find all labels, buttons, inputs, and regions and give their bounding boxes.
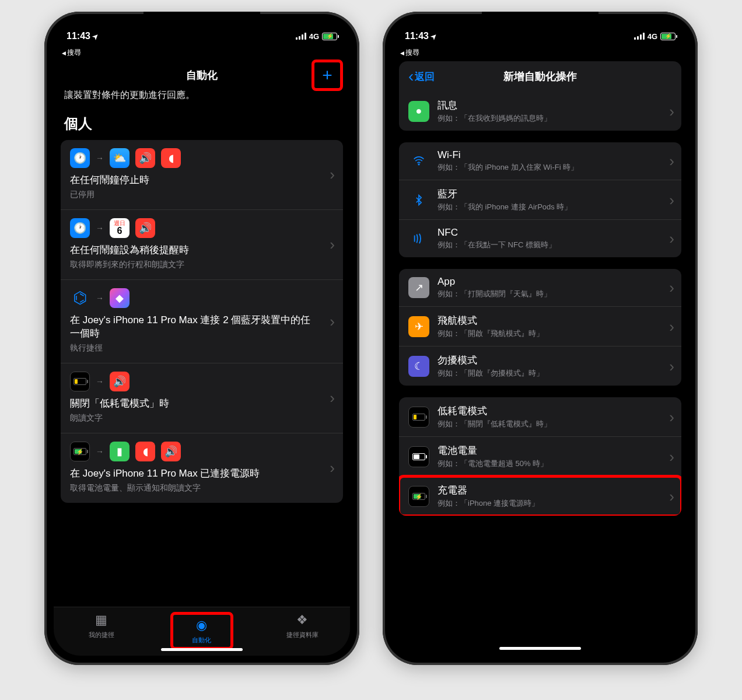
charger-icon: ⚡	[408, 486, 429, 507]
row-sub: 例如：「我的 iPhone 加入住家 Wi-Fi 時」	[438, 162, 672, 173]
svg-point-0	[418, 164, 419, 165]
trigger-nfc[interactable]: NFC 例如：「在我點一下 NFC 標籤時」	[399, 220, 681, 257]
back-button[interactable]: 返回	[408, 70, 435, 83]
trigger-dnd[interactable]: ☾ 勿擾模式 例如：「開啟『勿擾模式』時」	[399, 346, 681, 386]
trigger-low-power[interactable]: 低耗電模式 例如：「關閉『低耗電模式』時」	[399, 397, 681, 437]
automation-item[interactable]: ⌬ ◆ 在 Joey's iPhone 11 Pro Max 連接 2 個藍牙裝…	[61, 280, 343, 363]
row-title: Wi-Fi	[438, 149, 672, 161]
chevron-right-icon	[669, 447, 674, 466]
trigger-battery-level[interactable]: 電池電量 例如：「電池電量超過 50% 時」	[399, 437, 681, 477]
page-title: 自動化	[186, 68, 218, 82]
highlight-add-button: +	[312, 60, 343, 91]
automation-item[interactable]: ⚡ ▮ ◖ 🔊 在 Joey's iPhone 11 Pro Max 已連接電源…	[61, 433, 343, 503]
row-sub: 例如：「在我收到媽媽的訊息時」	[438, 113, 672, 124]
speak-icon: 🔊	[110, 372, 130, 391]
automation-sub: 執行捷徑	[70, 343, 334, 354]
automation-item[interactable]: 🕐 ⛅ 🔊 ◖ 在任何鬧鐘停止時 已停用	[61, 140, 343, 210]
automation-title: 在任何鬧鐘停止時	[70, 174, 334, 187]
row-title: 低耗電模式	[438, 404, 672, 418]
trigger-charger[interactable]: ⚡ 充電器 例如：「iPhone 連接電源時」	[399, 477, 681, 516]
chevron-right-icon	[330, 166, 335, 184]
airplane-icon: ✈	[408, 316, 429, 337]
speak-icon: 🔊	[161, 442, 181, 461]
arrow-icon	[96, 293, 104, 303]
chevron-right-icon	[669, 357, 674, 375]
app-icon: ↗	[408, 277, 429, 298]
row-sub: 例如：「開啟『飛航模式』時」	[438, 328, 672, 339]
row-title: 電池電量	[438, 444, 672, 457]
arrow-icon	[96, 447, 104, 456]
home-indicator[interactable]	[161, 648, 243, 651]
automation-item[interactable]: 🕐 週日6 🔊 在任何鬧鐘設為稍後提醒時 取得即將到來的行程和朗讀文字	[61, 210, 343, 280]
row-sub: 例如：「在我點一下 NFC 標籤時」	[438, 240, 672, 250]
add-button[interactable]: +	[314, 62, 340, 88]
chevron-right-icon	[669, 152, 674, 170]
automation-sub: 朗讀文字	[70, 413, 334, 424]
phone-right: 11:43 4G ⚡ 搜尋 返回 新增自動化操作 ● 訊息 例如：「在我收到媽	[383, 12, 698, 665]
battery-icon: ⚡	[660, 33, 676, 40]
chevron-right-icon	[330, 389, 335, 407]
shortcuts-icon: ◆	[110, 288, 130, 308]
automation-list: 🕐 ⛅ 🔊 ◖ 在任何鬧鐘停止時 已停用 🕐 週日6	[61, 140, 343, 503]
notch	[144, 12, 260, 29]
trigger-messages[interactable]: ● 訊息 例如：「在我收到媽媽的訊息時」	[399, 92, 681, 131]
moon-icon: ☾	[408, 356, 429, 377]
page-description: 讓裝置對條件的更動進行回應。	[54, 89, 350, 110]
tab-my-shortcuts[interactable]: ▦ 我的捷徑	[75, 612, 128, 639]
tab-bar: ▦ 我的捷徑 ◉ 自動化 ❖ 捷徑資料庫	[54, 607, 350, 656]
chevron-right-icon	[669, 230, 674, 248]
home-indicator[interactable]	[499, 647, 581, 650]
dnd-icon: ◖	[135, 442, 155, 461]
arrow-icon	[96, 153, 104, 163]
trigger-app[interactable]: ↗ App 例如：「打開或關閉『天氣』時」	[399, 269, 681, 307]
grid-icon: ▦	[93, 612, 110, 628]
row-title: NFC	[438, 227, 672, 239]
trigger-group: Wi-Fi 例如：「我的 iPhone 加入住家 Wi-Fi 時」 藍牙 例如：…	[399, 142, 681, 257]
low-power-icon	[408, 407, 429, 428]
status-time: 11:43	[66, 31, 90, 41]
automation-sub: 已停用	[70, 190, 334, 200]
automation-item[interactable]: 🔊 關閉「低耗電模式」時 朗讀文字	[61, 363, 343, 433]
tab-gallery[interactable]: ❖ 捷徑資料庫	[276, 612, 328, 639]
clock-icon: 🕐	[70, 218, 90, 238]
row-sub: 例如：「關閉『低耗電模式』時」	[438, 419, 672, 429]
row-sub: 例如：「iPhone 連接電源時」	[438, 498, 672, 509]
trigger-group: 低耗電模式 例如：「關閉『低耗電模式』時」 電池電量 例如：「電池電量超過 50…	[399, 397, 681, 516]
gallery-icon: ❖	[294, 612, 310, 628]
clock-icon: 🕐	[70, 148, 90, 168]
automation-sub: 取得即將到來的行程和朗讀文字	[70, 260, 334, 270]
battery-icon: ⚡	[322, 33, 337, 40]
automation-title: 關閉「低耗電模式」時	[70, 397, 334, 411]
phone-left: 11:43 4G ⚡ 搜尋 自動化 + 讓裝置對條件的更動進行回應。 個人	[44, 12, 359, 665]
low-power-icon	[70, 372, 90, 391]
arrow-icon	[96, 377, 104, 386]
tab-label: 捷徑資料庫	[286, 631, 318, 639]
row-title: 藍牙	[438, 187, 672, 201]
location-icon	[93, 31, 99, 41]
screen-new-automation: 11:43 4G ⚡ 搜尋 返回 新增自動化操作 ● 訊息 例如：「在我收到媽	[392, 21, 688, 656]
nav-bar: 自動化 +	[54, 61, 350, 89]
row-sub: 例如：「電池電量超過 50% 時」	[438, 459, 672, 469]
chevron-right-icon	[669, 102, 674, 120]
tab-automation[interactable]: ◉ 自動化	[176, 617, 228, 645]
chevron-right-icon	[330, 236, 335, 254]
chevron-right-icon	[669, 317, 674, 335]
back-to-search[interactable]: 搜尋	[54, 47, 350, 61]
battery-level-icon	[408, 446, 429, 467]
calendar-icon: 週日6	[110, 218, 130, 238]
chevron-right-icon	[330, 459, 335, 477]
automation-sub: 取得電池電量、顯示通知和朗讀文字	[70, 483, 334, 494]
screen-automation-list: 11:43 4G ⚡ 搜尋 自動化 + 讓裝置對條件的更動進行回應。 個人	[54, 21, 350, 656]
network-label: 4G	[648, 32, 657, 41]
nav-bar: 返回 新增自動化操作	[399, 61, 681, 92]
trigger-bluetooth[interactable]: 藍牙 例如：「我的 iPhone 連接 AirPods 時」	[399, 180, 681, 220]
tab-label: 自動化	[192, 636, 211, 645]
back-to-search[interactable]: 搜尋	[392, 47, 688, 61]
messages-icon: ●	[408, 101, 429, 122]
chevron-right-icon	[669, 487, 674, 505]
content: 讓裝置對條件的更動進行回應。 個人 🕐 ⛅ 🔊 ◖ 在任何鬧鐘停止時 已停用	[54, 89, 350, 625]
trigger-airplane[interactable]: ✈ 飛航模式 例如：「開啟『飛航模式』時」	[399, 307, 681, 346]
bluetooth-icon	[408, 190, 429, 211]
network-label: 4G	[309, 32, 319, 41]
trigger-wifi[interactable]: Wi-Fi 例如：「我的 iPhone 加入住家 Wi-Fi 時」	[399, 142, 681, 180]
